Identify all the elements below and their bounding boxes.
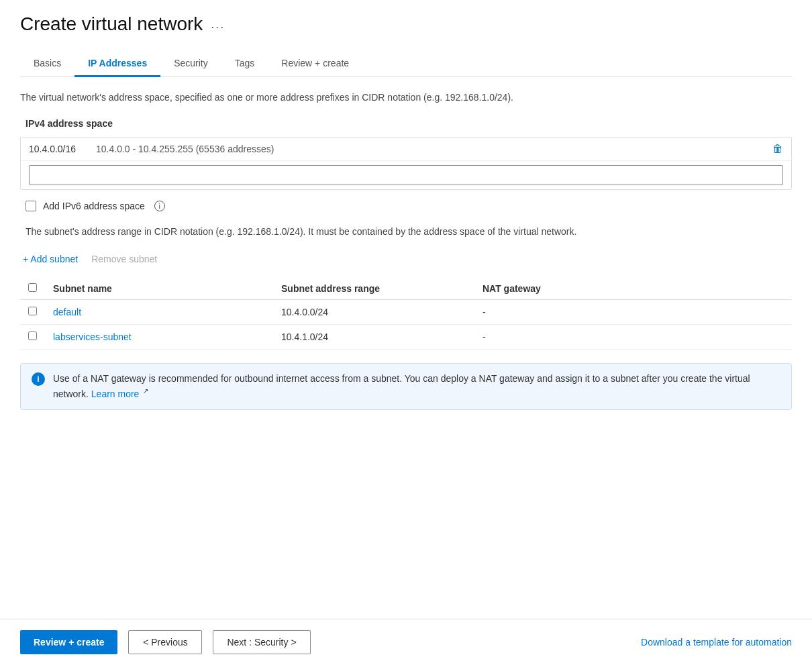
address-cidr: 10.4.0.0/16: [29, 144, 96, 154]
tab-bar: Basics IP Addresses Security Tags Review…: [20, 51, 792, 77]
learn-more-link[interactable]: Learn more: [91, 389, 140, 399]
subnet-row-1-checkbox[interactable]: [28, 331, 37, 340]
subnet-default-link[interactable]: default: [53, 307, 81, 317]
address-input-row: [21, 161, 791, 189]
subnet-labservices-link[interactable]: labservices-subnet: [53, 331, 132, 342]
subnet-col-name: Subnet name: [45, 278, 273, 300]
tab-tags[interactable]: Tags: [221, 51, 268, 77]
table-row: labservices-subnet 10.4.1.0/24 -: [20, 325, 792, 350]
external-link-icon: ↗: [143, 387, 148, 395]
subnet-col-check: [20, 278, 45, 300]
subnet-select-all-checkbox[interactable]: [28, 283, 37, 292]
review-create-button[interactable]: Review + create: [20, 630, 117, 654]
add-subnet-button[interactable]: + Add subnet: [23, 251, 78, 267]
subnet-row-0-nat: -: [474, 300, 792, 325]
subnet-col-nat: NAT gateway: [474, 278, 792, 300]
subnet-description: The subnet's address range in CIDR notat…: [20, 225, 792, 239]
ipv6-checkbox-label: Add IPv6 address space: [43, 201, 145, 211]
footer: Review + create < Previous Next : Securi…: [0, 619, 812, 665]
nat-info-notice: i Use of a NAT gateway is recommended fo…: [20, 363, 792, 410]
tab-basics[interactable]: Basics: [20, 51, 74, 77]
subnet-row-1-range: 10.4.1.0/24: [273, 325, 474, 350]
address-input[interactable]: [29, 165, 783, 185]
ipv4-section-label: IPv4 address space: [26, 118, 792, 129]
ipv6-info-icon[interactable]: i: [154, 201, 165, 211]
ellipsis-menu-button[interactable]: ...: [211, 17, 225, 32]
remove-subnet-button[interactable]: Remove subnet: [91, 251, 157, 267]
subnet-row-0-name: default: [45, 300, 273, 325]
tab-review-create[interactable]: Review + create: [268, 51, 362, 77]
address-range: 10.4.0.0 - 10.4.255.255 (65536 addresses…: [96, 144, 772, 154]
subnet-row-1-check: [20, 325, 45, 350]
tab-security[interactable]: Security: [160, 51, 221, 77]
subnet-col-range: Subnet address range: [273, 278, 474, 300]
subnet-row-0-range: 10.4.0.0/24: [273, 300, 474, 325]
table-row: default 10.4.0.0/24 -: [20, 300, 792, 325]
subnet-row-0-checkbox[interactable]: [28, 307, 37, 315]
ipv6-checkbox-row: Add IPv6 address space i: [26, 201, 792, 211]
page-title: Create virtual network: [20, 13, 203, 35]
delete-address-icon[interactable]: 🗑: [772, 143, 783, 155]
address-space-container: 10.4.0.0/16 10.4.0.0 - 10.4.255.255 (655…: [20, 137, 792, 190]
subnet-row-1-name: labservices-subnet: [45, 325, 273, 350]
info-circle-icon: i: [32, 372, 45, 386]
address-space-description: The virtual network's address space, spe…: [20, 91, 792, 105]
tab-ip-addresses[interactable]: IP Addresses: [74, 51, 160, 77]
nat-info-text: Use of a NAT gateway is recommended for …: [53, 372, 780, 401]
address-entry-row: 10.4.0.0/16 10.4.0.0 - 10.4.255.255 (655…: [21, 138, 791, 161]
subnet-table: Subnet name Subnet address range NAT gat…: [20, 278, 792, 350]
download-template-button[interactable]: Download a template for automation: [641, 631, 792, 654]
next-security-button[interactable]: Next : Security >: [213, 630, 310, 654]
subnet-actions: + Add subnet Remove subnet: [20, 251, 792, 267]
subnet-row-1-nat: -: [474, 325, 792, 350]
subnet-row-0-check: [20, 300, 45, 325]
ipv6-checkbox[interactable]: [26, 201, 36, 211]
previous-button[interactable]: < Previous: [128, 630, 202, 654]
